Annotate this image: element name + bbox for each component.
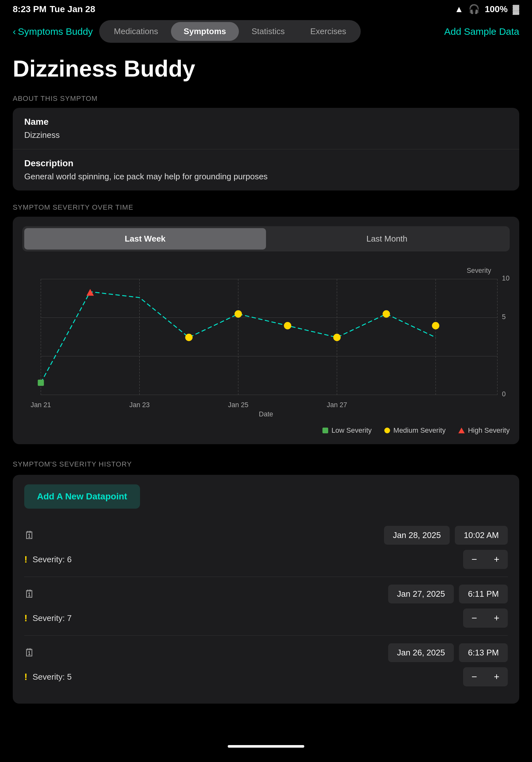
- description-row: Description General world spinning, ice …: [13, 149, 519, 190]
- main-content: Dizziness Buddy ABOUT THIS SYMPTOM Name …: [0, 49, 532, 735]
- severity-info-1: ! Severity: 6: [24, 554, 72, 565]
- back-button[interactable]: ‹ Symptoms Buddy: [13, 26, 93, 37]
- status-icons: ▲ 🎧 100% ▓: [454, 4, 519, 14]
- wifi-icon: ▲: [454, 4, 463, 14]
- battery-icon: ▓: [513, 4, 519, 14]
- headphone-icon: 🎧: [469, 4, 480, 14]
- stepper-plus-3[interactable]: +: [486, 667, 508, 686]
- home-indicator: [228, 745, 304, 748]
- name-row: Name Dizziness: [13, 108, 519, 149]
- medium-severity-label: Medium Severity: [393, 426, 445, 435]
- chart-tab-last-week[interactable]: Last Week: [24, 228, 266, 250]
- date-badge-1: Jan 28, 2025: [384, 526, 450, 545]
- svg-text:Jan 21: Jan 21: [31, 401, 51, 409]
- tab-exercises[interactable]: Exercises: [298, 22, 359, 41]
- time-badge-2: 6:11 PM: [459, 584, 508, 603]
- calendar-icon-1: 🗓: [24, 529, 35, 542]
- svg-text:5: 5: [502, 313, 506, 321]
- status-bar: 8:23 PM Tue Jan 28 ▲ 🎧 100% ▓: [0, 0, 532, 17]
- svg-text:Jan 23: Jan 23: [129, 401, 150, 409]
- svg-point-21: [185, 334, 193, 341]
- tab-group: Medications Symptoms Statistics Exercise…: [99, 20, 361, 43]
- name-value: Dizziness: [24, 130, 508, 140]
- datapoint-row-3: 🗓 Jan 26, 2025 6:13 PM ! Severity: 5 − +: [24, 635, 508, 694]
- add-datapoint-button[interactable]: Add A New Datapoint: [24, 485, 140, 509]
- tab-symptoms[interactable]: Symptoms: [171, 22, 239, 41]
- stepper-group-1: − +: [463, 550, 508, 569]
- name-label: Name: [24, 117, 508, 127]
- time-badge-1: 10:02 AM: [455, 526, 508, 545]
- legend-low: Low Severity: [322, 426, 371, 435]
- svg-rect-19: [37, 380, 44, 386]
- datapoint-row-1: 🗓 Jan 28, 2025 10:02 AM ! Severity: 6 − …: [24, 518, 508, 576]
- svg-point-26: [432, 322, 439, 329]
- high-severity-label: High Severity: [468, 426, 510, 435]
- svg-text:Jan 25: Jan 25: [228, 401, 248, 409]
- chart-tab-last-month[interactable]: Last Month: [266, 228, 508, 250]
- legend-high: High Severity: [458, 426, 510, 435]
- exclamation-icon-2: !: [24, 613, 28, 624]
- stepper-minus-2[interactable]: −: [463, 609, 486, 628]
- svg-point-22: [234, 310, 242, 318]
- datapoint-top-1: 🗓 Jan 28, 2025 10:02 AM: [24, 526, 508, 545]
- back-chevron-icon: ‹: [13, 26, 16, 37]
- stepper-group-2: − +: [463, 609, 508, 628]
- chart-svg: 10 5 0 Severity Jan 21 Jan 23 Jan 25 Jan…: [22, 261, 510, 420]
- status-date: Tue Jan 28: [50, 4, 96, 14]
- legend-medium: Medium Severity: [384, 426, 445, 435]
- svg-text:Jan 27: Jan 27: [327, 401, 347, 409]
- severity-info-2: ! Severity: 7: [24, 613, 72, 624]
- stepper-plus-2[interactable]: +: [486, 609, 508, 628]
- svg-text:Date: Date: [259, 410, 273, 418]
- datapoint-bottom-3: ! Severity: 5 − +: [24, 667, 508, 686]
- chart-card: Last Week Last Month 10 5 0: [13, 217, 519, 444]
- history-section-label: SYMPTOM'S SEVERITY HISTORY: [13, 460, 519, 468]
- about-card: Name Dizziness Description General world…: [13, 108, 519, 190]
- high-severity-icon: [458, 427, 465, 433]
- low-severity-label: Low Severity: [331, 426, 371, 435]
- chart-tabs: Last Week Last Month: [22, 226, 510, 252]
- date-time-group-1: Jan 28, 2025 10:02 AM: [384, 526, 508, 545]
- datapoint-bottom-2: ! Severity: 7 − +: [24, 609, 508, 628]
- medium-severity-icon: [384, 427, 390, 433]
- svg-point-25: [383, 310, 390, 318]
- time-badge-3: 6:13 PM: [459, 643, 508, 662]
- datapoint-bottom-1: ! Severity: 6 − +: [24, 550, 508, 569]
- svg-text:Severity: Severity: [467, 267, 491, 274]
- description-label: Description: [24, 158, 508, 169]
- chart-section-label: SYMPTOM SEVERITY OVER TIME: [13, 203, 519, 211]
- back-label: Symptoms Buddy: [18, 26, 93, 37]
- severity-text-3: Severity: 5: [33, 672, 72, 682]
- chart-container: 10 5 0 Severity Jan 21 Jan 23 Jan 25 Jan…: [22, 261, 510, 422]
- status-time: 8:23 PM: [13, 4, 46, 14]
- severity-text-1: Severity: 6: [33, 555, 72, 565]
- svg-point-23: [284, 322, 291, 329]
- datapoint-top-2: 🗓 Jan 27, 2025 6:11 PM: [24, 584, 508, 603]
- stepper-minus-3[interactable]: −: [463, 667, 486, 686]
- calendar-icon-2: 🗓: [24, 588, 35, 600]
- tab-statistics[interactable]: Statistics: [239, 22, 298, 41]
- severity-info-3: ! Severity: 5: [24, 671, 72, 682]
- stepper-group-3: − +: [463, 667, 508, 686]
- tab-medications[interactable]: Medications: [101, 22, 171, 41]
- add-sample-button[interactable]: Add Sample Data: [444, 26, 519, 37]
- history-card: Add A New Datapoint 🗓 Jan 28, 2025 10:02…: [13, 475, 519, 704]
- about-section-label: ABOUT THIS SYMPTOM: [13, 95, 519, 103]
- svg-text:10: 10: [502, 274, 510, 282]
- page-title: Dizziness Buddy: [13, 55, 519, 82]
- date-badge-3: Jan 26, 2025: [388, 643, 454, 662]
- battery-percent: 100%: [485, 4, 508, 14]
- exclamation-icon-1: !: [24, 554, 28, 565]
- date-time-group-2: Jan 27, 2025 6:11 PM: [388, 584, 508, 603]
- exclamation-icon-3: !: [24, 671, 28, 682]
- datapoint-top-3: 🗓 Jan 26, 2025 6:13 PM: [24, 643, 508, 662]
- status-time-date: 8:23 PM Tue Jan 28: [13, 4, 95, 14]
- stepper-plus-1[interactable]: +: [486, 550, 508, 569]
- stepper-minus-1[interactable]: −: [463, 550, 486, 569]
- low-severity-icon: [322, 427, 328, 433]
- severity-text-2: Severity: 7: [33, 613, 72, 623]
- svg-marker-20: [87, 289, 94, 296]
- calendar-icon-3: 🗓: [24, 647, 35, 659]
- svg-point-24: [333, 334, 341, 341]
- datapoint-row-2: 🗓 Jan 27, 2025 6:11 PM ! Severity: 7 − +: [24, 576, 508, 635]
